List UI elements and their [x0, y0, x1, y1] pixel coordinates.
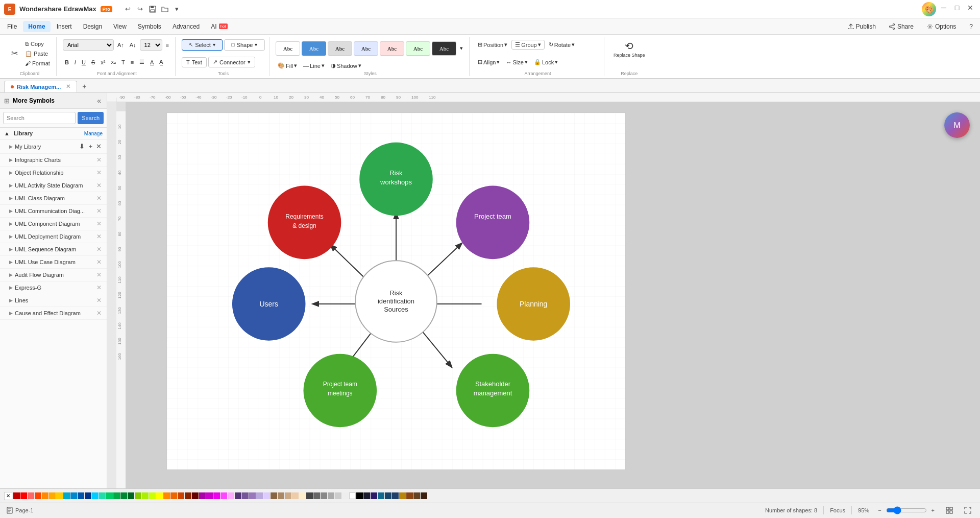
minimize-btn[interactable]: ─ [938, 2, 949, 13]
paste-btn[interactable]: 📋 Paste [23, 50, 52, 58]
list-btn[interactable]: ☰ [137, 58, 146, 66]
cut-btn[interactable]: ✂ [7, 47, 21, 60]
color-swatch[interactable] [135, 492, 141, 499]
uml-component-item[interactable]: ▶ UML Component Diagram ✕ [0, 218, 107, 230]
select-btn[interactable]: ↖ Select ▾ [182, 39, 223, 51]
group-btn[interactable]: ☰ Group ▾ [511, 40, 545, 50]
color-swatch[interactable] [220, 492, 227, 499]
color-swatch[interactable] [199, 492, 206, 499]
color-swatch[interactable] [342, 492, 349, 499]
text-format-btn[interactable]: T [119, 58, 127, 66]
font-size-select[interactable]: 12 [140, 39, 162, 51]
publish-btn[interactable]: Publish [843, 21, 881, 32]
tab-close[interactable]: ✕ [66, 83, 70, 90]
uml-comm-close[interactable]: ✕ [95, 207, 103, 215]
color-swatch[interactable] [306, 492, 313, 499]
color-swatch[interactable] [285, 492, 291, 499]
color-swatch[interactable] [113, 492, 120, 499]
italic-btn[interactable]: I [72, 58, 78, 66]
underline-btn[interactable]: U [80, 58, 88, 66]
style-swatch-5[interactable]: Abc [406, 41, 430, 56]
uml-comm-item[interactable]: ▶ UML Communication Diag... ✕ [0, 205, 107, 218]
diagram-canvas[interactable]: Risk identification Sources Risk worksho… [166, 112, 626, 470]
maximize-btn[interactable]: □ [951, 2, 963, 13]
color-swatch[interactable] [313, 492, 320, 499]
audit-flow-item[interactable]: ▶ Audit Flow Diagram ✕ [0, 269, 107, 281]
color-swatch[interactable] [249, 492, 256, 499]
ai-fab-btn[interactable]: M [944, 112, 970, 138]
color-swatch[interactable] [213, 492, 220, 499]
color-swatch[interactable] [278, 492, 284, 499]
manage-link[interactable]: Manage [84, 131, 103, 136]
cause-effect-item[interactable]: ▶ Cause and Effect Diagram ✕ [0, 307, 107, 320]
open-btn[interactable] [159, 4, 170, 15]
font-color-btn[interactable]: A [148, 58, 156, 66]
color-swatch[interactable] [28, 492, 34, 499]
bold-btn[interactable]: B [63, 58, 71, 66]
lock-btn[interactable]: 🔒 Lock ▾ [532, 58, 560, 66]
undo-btn[interactable]: ↩ [122, 4, 134, 15]
color-swatch[interactable] [349, 492, 356, 499]
infographic-close[interactable]: ✕ [95, 156, 103, 163]
color-swatch[interactable] [242, 492, 249, 499]
uml-activity-item[interactable]: ▶ UML Activity State Diagram ✕ [0, 179, 107, 192]
audit-flow-close[interactable]: ✕ [95, 271, 103, 278]
color-swatch[interactable] [13, 492, 20, 499]
align-btn2[interactable]: ⊟ Align ▾ [476, 58, 502, 66]
options-btn[interactable]: Options [922, 21, 961, 32]
menu-home[interactable]: Home [23, 21, 50, 32]
color-swatch[interactable] [363, 492, 370, 499]
uml-sequence-close[interactable]: ✕ [95, 246, 103, 253]
color-swatch[interactable] [170, 492, 177, 499]
menu-symbols[interactable]: Symbols [133, 21, 166, 32]
uml-sequence-item[interactable]: ▶ UML Sequence Diagram ✕ [0, 243, 107, 256]
my-library-item[interactable]: ▶ My Library ⬇ + ✕ [0, 139, 107, 154]
express-g-close[interactable]: ✕ [95, 284, 103, 291]
color-swatch[interactable] [378, 492, 384, 499]
size-btn[interactable]: ↔ Size ▾ [504, 58, 529, 66]
superscript-btn[interactable]: x² [99, 58, 107, 66]
menu-advanced[interactable]: Advanced [167, 21, 205, 32]
style-swatch-2[interactable]: Abc [328, 41, 352, 56]
help-btn[interactable]: ? [964, 21, 978, 32]
cause-effect-close[interactable]: ✕ [95, 310, 103, 317]
infographic-charts-item[interactable]: ▶ Infographic Charts ✕ [0, 154, 107, 167]
style-swatch-1[interactable]: Abc [302, 41, 326, 56]
styles-more-btn[interactable]: ▾ [458, 44, 465, 53]
menu-design[interactable]: Design [78, 21, 107, 32]
uml-component-close[interactable]: ✕ [95, 220, 103, 227]
color-swatch[interactable] [70, 492, 77, 499]
fit-page-btn[interactable] [943, 506, 955, 515]
uml-usecase-item[interactable]: ▶ UML Use Case Diagram ✕ [0, 256, 107, 269]
express-g-item[interactable]: ▶ Express-G ✕ [0, 281, 107, 294]
text-tool-btn[interactable]: T Text [182, 57, 207, 67]
bullet-btn[interactable]: ≡ [129, 58, 136, 66]
color-swatch[interactable] [192, 492, 199, 499]
uml-deployment-close[interactable]: ✕ [95, 233, 103, 240]
uml-class-close[interactable]: ✕ [95, 195, 103, 202]
style-swatch-6[interactable]: Abc [432, 41, 456, 56]
color-swatch[interactable] [292, 492, 299, 499]
color-swatch[interactable] [271, 492, 277, 499]
menu-file[interactable]: File [2, 21, 22, 32]
panel-collapse-btn[interactable]: « [95, 96, 103, 105]
color-swatch[interactable] [120, 492, 127, 499]
color-swatch[interactable] [99, 492, 106, 499]
fill-btn[interactable]: 🎨 Fill ▾ [276, 61, 299, 70]
search-input[interactable] [3, 112, 76, 124]
color-swatch[interactable] [185, 492, 191, 499]
zoom-slider[interactable] [886, 507, 927, 514]
color-swatch[interactable] [399, 492, 406, 499]
color-swatch[interactable] [163, 492, 170, 499]
color-swatch[interactable] [128, 492, 134, 499]
line-btn[interactable]: — Line ▾ [301, 61, 327, 70]
no-fill-btn[interactable]: ✕ [4, 492, 12, 500]
style-swatch-0[interactable]: Abc [276, 41, 300, 56]
lines-item[interactable]: ▶ Lines ✕ [0, 294, 107, 307]
search-btn[interactable]: Search [78, 112, 104, 124]
color-swatch[interactable] [106, 492, 113, 499]
subscript-btn[interactable]: x₂ [109, 58, 118, 66]
color-swatch[interactable] [235, 492, 241, 499]
color-swatch[interactable] [328, 492, 334, 499]
canvas-content[interactable]: 10 20 30 40 50 60 70 80 90 100 110 120 1… [116, 102, 980, 488]
